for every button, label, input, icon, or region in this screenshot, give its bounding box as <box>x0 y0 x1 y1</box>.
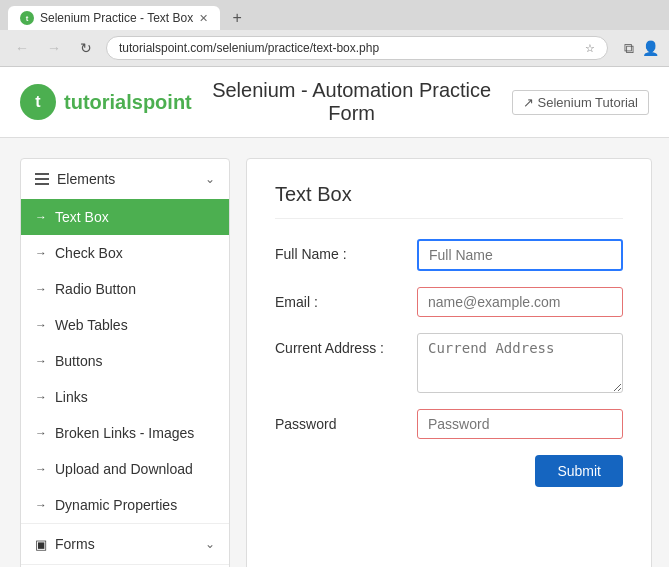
sidebar-item-label-7: Upload and Download <box>55 461 193 477</box>
chevron-down-icon: ⌄ <box>205 172 215 186</box>
chevron-down-icon-forms: ⌄ <box>205 537 215 551</box>
sidebar-elements-label: Elements <box>57 171 115 187</box>
browser-chrome: t Selenium Practice - Text Box ✕ + ← → ↻… <box>0 0 669 67</box>
hamburger-icon <box>35 173 49 185</box>
form-row-address: Current Address : <box>275 333 623 393</box>
logo-brand: tutorialspoint <box>64 91 192 113</box>
sidebar-item-text-box[interactable]: → Text Box <box>21 199 229 235</box>
sidebar-section-forms: ▣ Forms ⌄ <box>21 524 229 565</box>
sidebar-item-links[interactable]: → Links <box>21 379 229 415</box>
page-title: Selenium - Automation Practice Form <box>192 79 512 125</box>
sidebar-item-label-0: Text Box <box>55 209 109 225</box>
arrow-icon-4: → <box>35 354 47 368</box>
url-icons: ☆ <box>585 42 595 55</box>
input-fullname[interactable] <box>417 239 623 271</box>
sidebar-item-broken-links[interactable]: → Broken Links - Images <box>21 415 229 451</box>
form-row-email: Email : <box>275 287 623 317</box>
sidebar-item-label-5: Links <box>55 389 88 405</box>
back-button[interactable]: ← <box>10 36 34 60</box>
arrow-icon-7: → <box>35 462 47 476</box>
tutorial-link[interactable]: ↗ Selenium Tutorial <box>512 90 649 115</box>
logo-icon: t <box>20 84 56 120</box>
extensions-icon[interactable]: ⧉ <box>624 40 634 57</box>
arrow-icon-6: → <box>35 426 47 440</box>
arrow-icon-0: → <box>35 210 47 224</box>
input-password[interactable] <box>417 409 623 439</box>
external-link-icon: ↗ <box>523 95 534 110</box>
sidebar-section-elements: Elements ⌄ → Text Box → Check Box → Radi… <box>21 159 229 524</box>
submit-button[interactable]: Submit <box>535 455 623 487</box>
sidebar-section-forms-header[interactable]: ▣ Forms ⌄ <box>21 524 229 564</box>
logo: t tutorialspoint <box>20 84 192 120</box>
forward-button[interactable]: → <box>42 36 66 60</box>
profile-icon[interactable]: 👤 <box>642 40 659 56</box>
label-fullname: Full Name : <box>275 239 405 262</box>
sidebar-item-label-8: Dynamic Properties <box>55 497 177 513</box>
arrow-icon-3: → <box>35 318 47 332</box>
sidebar-item-label-3: Web Tables <box>55 317 128 333</box>
input-address[interactable] <box>417 333 623 393</box>
sidebar-item-buttons[interactable]: → Buttons <box>21 343 229 379</box>
bookmark-icon[interactable]: ☆ <box>585 42 595 55</box>
tab-close-button[interactable]: ✕ <box>199 12 208 25</box>
sidebar: Elements ⌄ → Text Box → Check Box → Radi… <box>20 158 230 567</box>
logo-text: tutorialspoint <box>64 91 192 114</box>
url-bar[interactable]: tutorialspoint.com/selenium/practice/tex… <box>106 36 608 60</box>
sidebar-item-label-2: Radio Button <box>55 281 136 297</box>
browser-toolbar-icons: ⧉ 👤 <box>624 40 659 57</box>
reload-button[interactable]: ↻ <box>74 36 98 60</box>
forms-icon: ▣ <box>35 537 47 552</box>
arrow-icon-8: → <box>35 498 47 512</box>
main-content: Elements ⌄ → Text Box → Check Box → Radi… <box>0 138 669 567</box>
tab-favicon: t <box>20 11 34 25</box>
sidebar-section-elements-header[interactable]: Elements ⌄ <box>21 159 229 199</box>
logo-letter: t <box>35 93 40 111</box>
sidebar-item-label-4: Buttons <box>55 353 102 369</box>
new-tab-button[interactable]: + <box>226 7 248 29</box>
sidebar-item-label-6: Broken Links - Images <box>55 425 194 441</box>
label-address: Current Address : <box>275 333 405 356</box>
url-text: tutorialspoint.com/selenium/practice/tex… <box>119 41 379 55</box>
browser-tab[interactable]: t Selenium Practice - Text Box ✕ <box>8 6 220 30</box>
arrow-icon-5: → <box>35 390 47 404</box>
sidebar-item-radio-button[interactable]: → Radio Button <box>21 271 229 307</box>
page-header: t tutorialspoint Selenium - Automation P… <box>0 67 669 138</box>
arrow-icon-1: → <box>35 246 47 260</box>
tutorial-link-text: Selenium Tutorial <box>538 95 638 110</box>
form-row-fullname: Full Name : <box>275 239 623 271</box>
label-email: Email : <box>275 287 405 310</box>
tab-title: Selenium Practice - Text Box <box>40 11 193 25</box>
sidebar-item-upload-download[interactable]: → Upload and Download <box>21 451 229 487</box>
input-email[interactable] <box>417 287 623 317</box>
label-password: Password <box>275 409 405 432</box>
address-bar: ← → ↻ tutorialspoint.com/selenium/practi… <box>0 30 669 66</box>
form-row-password: Password <box>275 409 623 439</box>
tab-bar: t Selenium Practice - Text Box ✕ + <box>0 0 669 30</box>
sidebar-item-check-box[interactable]: → Check Box <box>21 235 229 271</box>
arrow-icon-2: → <box>35 282 47 296</box>
sidebar-forms-label: Forms <box>55 536 95 552</box>
sidebar-item-dynamic-properties[interactable]: → Dynamic Properties <box>21 487 229 523</box>
submit-row: Submit <box>275 455 623 487</box>
form-area: Text Box Full Name : Email : Current Add… <box>246 158 652 567</box>
sidebar-item-web-tables[interactable]: → Web Tables <box>21 307 229 343</box>
form-title: Text Box <box>275 183 623 219</box>
sidebar-item-label-1: Check Box <box>55 245 123 261</box>
